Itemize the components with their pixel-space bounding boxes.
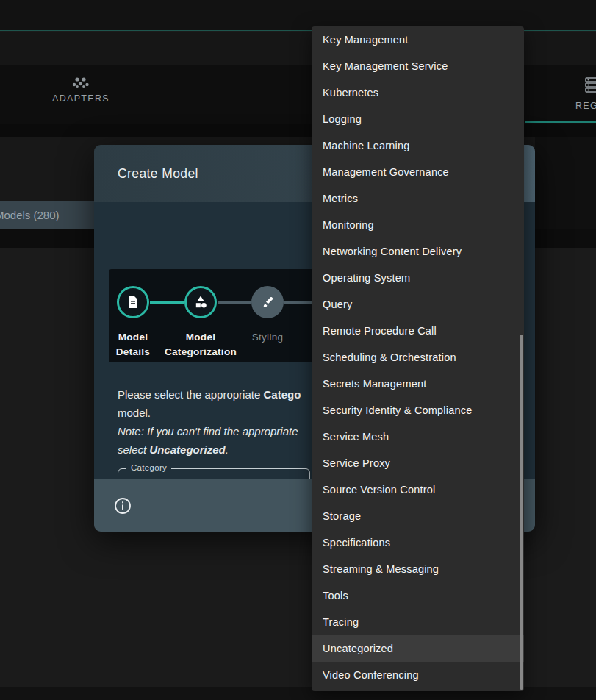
registry-icon xyxy=(585,76,596,93)
menu-item[interactable]: Source Version Control xyxy=(312,476,524,503)
step-model-details[interactable] xyxy=(117,286,149,318)
category-menu: Key ManagementKey Management ServiceKube… xyxy=(312,26,524,691)
step-model-categorization[interactable] xyxy=(184,286,217,318)
stepper-connector-1 xyxy=(150,301,184,304)
menu-item[interactable]: Service Proxy xyxy=(312,450,524,476)
menu-item[interactable]: Storage xyxy=(312,503,524,529)
menu-item[interactable]: Streaming & Messaging xyxy=(312,556,524,582)
menu-item[interactable]: Networking Content Delivery xyxy=(312,238,524,265)
dialog-title: Create Model xyxy=(118,166,198,182)
category-shapes-icon xyxy=(194,296,207,309)
brush-icon xyxy=(261,296,274,309)
menu-item[interactable]: Monitoring xyxy=(312,212,524,238)
info-icon xyxy=(114,497,132,515)
menu-item[interactable]: Uncategorized xyxy=(312,635,524,662)
menu-item[interactable]: Logging xyxy=(312,106,524,132)
models-count-label: Models (280) xyxy=(0,201,95,229)
menu-item[interactable]: Service Mesh xyxy=(312,424,524,450)
menu-item[interactable]: Video Conferencing xyxy=(312,662,524,688)
menu-item[interactable]: Security Identity & Compliance xyxy=(312,397,524,424)
app-window: ADAPTERS REG Models (280) Create Model xyxy=(0,0,596,700)
menu-item[interactable]: Tracing xyxy=(312,609,524,635)
horizontal-divider xyxy=(0,282,95,282)
menu-item[interactable]: Secrets Management xyxy=(312,371,524,397)
menu-item[interactable]: Scheduling & Orchestration xyxy=(312,344,524,371)
tab-adapters-label: ADAPTERS xyxy=(43,93,119,104)
step-styling[interactable] xyxy=(251,286,284,318)
info-button[interactable] xyxy=(114,497,132,515)
document-icon xyxy=(126,296,140,309)
models-count-bar[interactable]: Models (280) xyxy=(0,201,95,229)
menu-item[interactable]: Tools xyxy=(312,582,524,609)
category-menu-list: Key ManagementKey Management ServiceKube… xyxy=(312,26,524,688)
menu-scrollbar-thumb[interactable] xyxy=(520,335,523,690)
menu-item[interactable]: Query xyxy=(312,291,524,318)
tab-adapters[interactable]: ADAPTERS xyxy=(43,75,119,104)
menu-item[interactable]: Operating System xyxy=(312,265,524,291)
tab-registry-label[interactable]: REG xyxy=(575,101,596,111)
menu-item[interactable]: Key Management Service xyxy=(312,53,524,79)
menu-item[interactable]: Key Management xyxy=(312,26,524,53)
menu-item[interactable]: Metrics xyxy=(312,185,524,212)
menu-item[interactable]: Kubernetes xyxy=(312,79,524,106)
menu-item[interactable]: Machine Learning xyxy=(312,132,524,159)
menu-item[interactable]: Management Governance xyxy=(312,159,524,185)
menu-item[interactable]: Remote Procedure Call xyxy=(312,318,524,344)
active-tab-underline xyxy=(525,121,596,123)
menu-item[interactable]: Specifications xyxy=(312,529,524,556)
stepper-connector-2 xyxy=(218,301,251,304)
adapters-icon xyxy=(71,75,90,90)
